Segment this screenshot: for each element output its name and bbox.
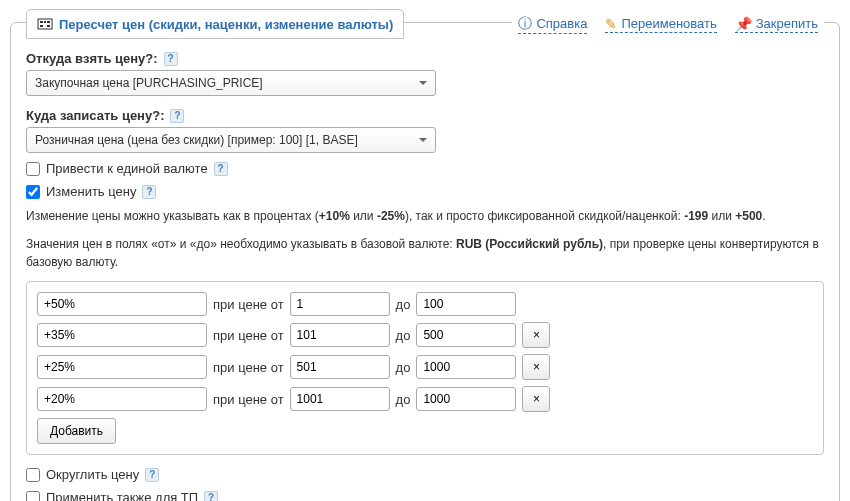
- source-price-row: Откуда взять цену?: ? Закупочная цена [P…: [26, 51, 824, 96]
- apply-tp-label: Применить также для ТП: [46, 490, 198, 501]
- unify-currency-row: Привести к единой валюте ?: [26, 161, 824, 176]
- source-label: Откуда взять цену?: ?: [26, 51, 824, 66]
- tab-title: Пересчет цен (скидки, наценки, изменение…: [59, 17, 393, 32]
- price-rule-row: при цене отдо: [37, 292, 813, 316]
- price-rule-row: при цене отдо×: [37, 322, 813, 348]
- unify-currency-checkbox[interactable]: [26, 162, 40, 176]
- from-input[interactable]: [290, 323, 390, 347]
- to-label: до: [396, 392, 411, 407]
- from-input[interactable]: [290, 387, 390, 411]
- modifier-input[interactable]: [37, 355, 207, 379]
- to-input[interactable]: [416, 323, 516, 347]
- to-label: до: [396, 360, 411, 375]
- svg-rect-5: [47, 25, 50, 27]
- change-price-checkbox[interactable]: [26, 185, 40, 199]
- apply-tp-row: Применить также для ТП ?: [26, 490, 824, 501]
- help-icon[interactable]: ?: [142, 185, 156, 199]
- target-label: Куда записать цену?: ?: [26, 108, 824, 123]
- change-price-row: Изменить цену ?: [26, 184, 824, 199]
- header-actions: ⓘСправка ✎Переименовать 📌Закрепить: [512, 15, 824, 34]
- to-label: до: [396, 328, 411, 343]
- svg-rect-4: [40, 25, 43, 27]
- round-price-checkbox[interactable]: [26, 468, 40, 482]
- from-label: при цене от: [213, 392, 284, 407]
- svg-rect-1: [40, 21, 43, 23]
- help-icon[interactable]: ?: [214, 162, 228, 176]
- help-icon[interactable]: ?: [204, 491, 218, 502]
- rename-link[interactable]: ✎Переименовать: [605, 16, 716, 33]
- help-icon[interactable]: ?: [170, 109, 184, 123]
- round-price-label: Округлить цену: [46, 467, 139, 482]
- info-text-1: Изменение цены можно указывать как в про…: [26, 207, 824, 225]
- modifier-input[interactable]: [37, 292, 207, 316]
- from-input[interactable]: [290, 355, 390, 379]
- to-input[interactable]: [416, 387, 516, 411]
- modifier-input[interactable]: [37, 387, 207, 411]
- remove-rule-button[interactable]: ×: [522, 354, 550, 380]
- pin-icon: 📌: [735, 16, 752, 32]
- to-input[interactable]: [416, 355, 516, 379]
- help-icon[interactable]: ?: [164, 52, 178, 66]
- add-rule-button[interactable]: Добавить: [37, 418, 116, 444]
- remove-rule-button[interactable]: ×: [522, 386, 550, 412]
- help-icon[interactable]: ?: [145, 468, 159, 482]
- help-link[interactable]: ⓘСправка: [518, 15, 587, 34]
- remove-rule-button[interactable]: ×: [522, 322, 550, 348]
- round-price-row: Округлить цену ?: [26, 467, 824, 482]
- svg-rect-3: [47, 21, 50, 23]
- active-tab[interactable]: Пересчет цен (скидки, наценки, изменение…: [26, 9, 404, 39]
- from-label: при цене от: [213, 360, 284, 375]
- info-text-2: Значения цен в полях «от» и «до» необход…: [26, 235, 824, 271]
- apply-tp-checkbox[interactable]: [26, 491, 40, 502]
- from-input[interactable]: [290, 292, 390, 316]
- source-price-select[interactable]: Закупочная цена [PURCHASING_PRICE]: [26, 70, 436, 96]
- panel-header: Пересчет цен (скидки, наценки, изменение…: [26, 9, 824, 39]
- from-label: при цене от: [213, 328, 284, 343]
- to-label: до: [396, 297, 411, 312]
- change-price-label: Изменить цену: [46, 184, 136, 199]
- svg-rect-2: [44, 21, 46, 23]
- target-price-select[interactable]: Розничная цена (цена без скидки) [пример…: [26, 127, 436, 153]
- price-recalc-panel: Пересчет цен (скидки, наценки, изменение…: [10, 22, 840, 501]
- pin-link[interactable]: 📌Закрепить: [735, 16, 818, 33]
- recalc-icon: [37, 16, 53, 32]
- price-rules-box: при цене отдопри цене отдо×при цене отдо…: [26, 281, 824, 455]
- to-input[interactable]: [416, 292, 516, 316]
- unify-currency-label: Привести к единой валюте: [46, 161, 208, 176]
- svg-rect-0: [38, 19, 52, 29]
- price-rule-row: при цене отдо×: [37, 386, 813, 412]
- modifier-input[interactable]: [37, 323, 207, 347]
- target-price-row: Куда записать цену?: ? Розничная цена (ц…: [26, 108, 824, 153]
- pencil-icon: ✎: [605, 16, 617, 32]
- help-icon: ⓘ: [518, 15, 532, 33]
- price-rule-row: при цене отдо×: [37, 354, 813, 380]
- from-label: при цене от: [213, 297, 284, 312]
